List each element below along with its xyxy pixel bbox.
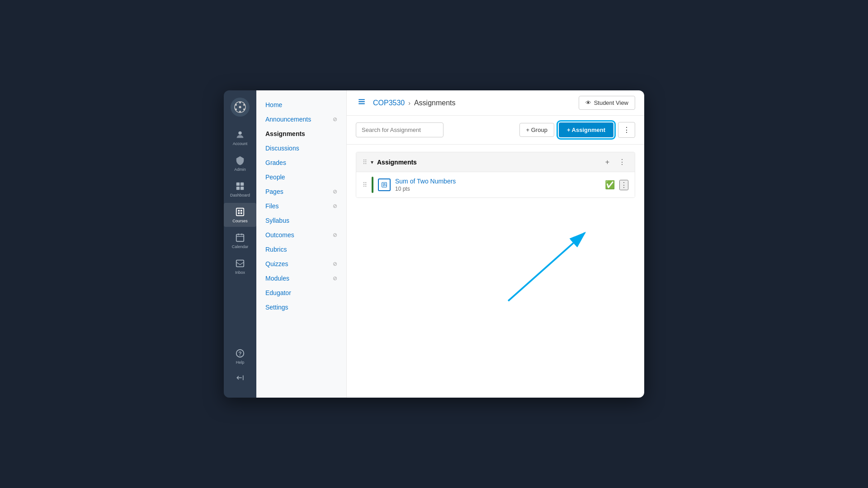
assignment-name[interactable]: Sum of Two Numbers (395, 178, 600, 185)
svg-point-2 (243, 104, 245, 106)
student-view-label: Student View (594, 99, 628, 106)
item-drag-handle[interactable]: ⠿ (363, 181, 367, 188)
help-label: Help (236, 360, 245, 365)
quizzes-hidden-icon: ⊘ (333, 261, 337, 267)
svg-rect-18 (236, 235, 244, 242)
breadcrumb-current-page: Assignments (414, 99, 456, 107)
svg-point-4 (239, 111, 241, 113)
nav-item-files[interactable]: Files ⊘ (256, 199, 346, 213)
announcements-hidden-icon: ⊘ (333, 116, 337, 122)
main-content: COP3530 › Assignments 👁 Student View + G… (347, 90, 644, 398)
svg-rect-22 (236, 260, 244, 267)
admin-icon (235, 155, 245, 166)
assignment-group: ⠿ ▾ Assignments + ⋮ ⠿ (356, 152, 635, 198)
hamburger-button[interactable] (356, 96, 368, 110)
published-check-icon: ✅ (605, 180, 615, 190)
top-bar: COP3530 › Assignments 👁 Student View (347, 90, 644, 116)
nav-item-announcements[interactable]: Announcements ⊘ (256, 112, 346, 127)
global-sidebar: Account Admin (224, 90, 256, 398)
add-assignment-button[interactable]: + Assignment (559, 122, 613, 137)
breadcrumb-separator: › (408, 99, 410, 107)
nav-item-syllabus[interactable]: Syllabus (256, 213, 346, 228)
nav-item-outcomes[interactable]: Outcomes ⊘ (256, 228, 346, 242)
modules-hidden-icon: ⊘ (333, 275, 337, 282)
nav-item-edugator[interactable]: Edugator (256, 286, 346, 300)
canvas-logo[interactable] (231, 98, 250, 117)
svg-point-6 (235, 104, 237, 106)
sidebar-item-inbox[interactable]: Inbox (224, 254, 256, 278)
assignment-icon (378, 178, 391, 191)
account-icon (235, 129, 245, 140)
outcomes-hidden-icon: ⊘ (333, 232, 337, 238)
toolbar-more-button[interactable]: ⋮ (618, 122, 635, 138)
svg-rect-17 (241, 212, 242, 214)
svg-point-1 (239, 102, 241, 103)
sidebar-item-courses[interactable]: Courses (224, 203, 256, 227)
courses-icon (235, 206, 245, 217)
search-input[interactable] (356, 122, 443, 137)
svg-rect-10 (241, 183, 244, 186)
group-drag-handle[interactable]: ⠿ (363, 159, 367, 166)
item-more-button[interactable]: ⋮ (619, 180, 628, 190)
course-nav: Home Announcements ⊘ Assignments Discuss… (256, 90, 347, 398)
main-window: Account Admin (224, 90, 644, 398)
svg-rect-16 (238, 212, 240, 214)
pages-hidden-icon: ⊘ (333, 188, 337, 195)
nav-item-people[interactable]: People (256, 170, 346, 184)
group-add-button[interactable]: + (603, 157, 612, 167)
assignment-points: 10 pts (395, 186, 600, 192)
nav-item-pages[interactable]: Pages ⊘ (256, 184, 346, 199)
nav-item-rubrics[interactable]: Rubrics (256, 242, 346, 257)
nav-item-grades[interactable]: Grades (256, 155, 346, 170)
svg-point-5 (235, 108, 237, 110)
courses-label: Courses (232, 219, 248, 223)
content-area: Home Announcements ⊘ Assignments Discuss… (256, 90, 644, 398)
group-collapse-button[interactable]: ▾ (371, 159, 373, 165)
app-background: Account Admin (0, 0, 868, 488)
nav-item-home[interactable]: Home (256, 98, 346, 112)
svg-rect-9 (236, 183, 240, 186)
add-assignment-label: + Assignment (567, 127, 605, 133)
group-header: ⠿ ▾ Assignments + ⋮ (356, 152, 635, 172)
nav-item-discussions[interactable]: Discussions (256, 141, 346, 155)
inbox-label: Inbox (235, 270, 245, 275)
sidebar-item-calendar[interactable]: Calendar (224, 229, 256, 253)
svg-line-31 (508, 233, 585, 300)
add-group-button[interactable]: + Group (519, 123, 554, 137)
inbox-icon (235, 258, 245, 269)
student-view-button[interactable]: 👁 Student View (579, 96, 635, 110)
dashboard-label: Dashboard (230, 193, 250, 197)
breadcrumb-course-link[interactable]: COP3530 (373, 99, 405, 107)
svg-rect-13 (236, 208, 244, 216)
sidebar-item-admin[interactable]: Admin (224, 151, 256, 175)
group-more-button[interactable]: ⋮ (616, 157, 628, 167)
calendar-label: Calendar (232, 244, 249, 249)
nav-item-assignments[interactable]: Assignments (256, 127, 346, 141)
published-accent (372, 177, 373, 193)
svg-rect-11 (236, 187, 240, 190)
collapse-sidebar-button[interactable] (232, 370, 248, 387)
more-icon: ⋮ (623, 126, 630, 134)
student-view-icon: 👁 (585, 99, 591, 106)
nav-item-settings[interactable]: Settings (256, 300, 346, 314)
svg-point-8 (238, 131, 241, 135)
account-label: Account (233, 141, 248, 146)
admin-label: Admin (234, 167, 246, 172)
assignments-toolbar: + Group + Assignment ⋮ (347, 116, 644, 145)
dashboard-icon (235, 181, 245, 192)
help-icon: ? (235, 348, 245, 359)
files-hidden-icon: ⊘ (333, 203, 337, 209)
breadcrumb: COP3530 › Assignments (373, 99, 573, 107)
svg-rect-15 (241, 210, 242, 211)
svg-text:?: ? (238, 351, 241, 357)
calendar-icon (235, 232, 245, 243)
svg-rect-14 (238, 210, 240, 211)
nav-item-modules[interactable]: Modules ⊘ (256, 271, 346, 286)
group-title: Assignments (377, 159, 599, 166)
sidebar-item-dashboard[interactable]: Dashboard (224, 177, 256, 201)
assignment-info: Sum of Two Numbers 10 pts (395, 178, 600, 192)
sidebar-item-help[interactable]: ? Help (224, 344, 256, 368)
nav-item-quizzes[interactable]: Quizzes ⊘ (256, 257, 346, 271)
sidebar-item-account[interactable]: Account (224, 126, 256, 150)
svg-point-3 (243, 108, 245, 110)
